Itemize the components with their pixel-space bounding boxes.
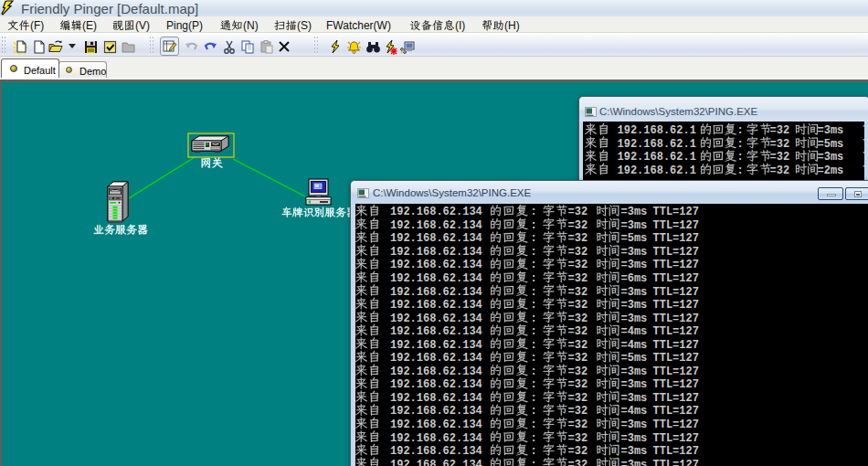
svg-text:TTL=127: TTL=127 xyxy=(653,432,699,445)
svg-text::: : xyxy=(531,286,537,299)
svg-text:=3ms: =3ms xyxy=(621,392,648,405)
svg-text:192.168.62.134: 192.168.62.134 xyxy=(390,432,482,445)
svg-text:192.168.62.134: 192.168.62.134 xyxy=(390,232,482,245)
svg-text:=32: =32 xyxy=(568,219,588,232)
svg-text:=32: =32 xyxy=(568,312,588,325)
svg-text:=3ms: =3ms xyxy=(818,151,844,164)
svg-text:=6ms: =6ms xyxy=(621,272,648,285)
svg-text:=32: =32 xyxy=(770,138,790,151)
svg-text::: : xyxy=(531,272,537,285)
svg-text::: : xyxy=(737,151,744,164)
svg-text:=3ms: =3ms xyxy=(621,299,648,312)
svg-text:=32: =32 xyxy=(568,206,588,218)
svg-text:=32: =32 xyxy=(568,405,588,418)
svg-text:192.168.62.134: 192.168.62.134 xyxy=(390,299,482,312)
svg-text:=4ms: =4ms xyxy=(621,339,648,352)
svg-text:=3ms: =3ms xyxy=(621,246,648,259)
svg-text:192.168.62.1: 192.168.62.1 xyxy=(618,164,696,177)
svg-text:192.168.62.1: 192.168.62.1 xyxy=(618,124,696,137)
svg-text:TTL=127: TTL=127 xyxy=(653,325,699,338)
svg-text:192.168.62.134: 192.168.62.134 xyxy=(390,325,482,338)
svg-text:=32: =32 xyxy=(568,392,588,405)
svg-text:192.168.62.134: 192.168.62.134 xyxy=(390,339,482,352)
svg-text:=3ms: =3ms xyxy=(621,459,648,466)
svg-text:T: T xyxy=(863,124,865,137)
svg-text:TTL=127: TTL=127 xyxy=(653,312,699,325)
svg-text:=5ms: =5ms xyxy=(818,138,844,151)
svg-text:=5ms: =5ms xyxy=(621,352,648,365)
svg-text::: : xyxy=(531,325,537,338)
svg-text::: : xyxy=(531,339,537,352)
svg-text:=3ms: =3ms xyxy=(621,418,648,431)
svg-text::: : xyxy=(531,405,537,418)
svg-text:T: T xyxy=(863,138,865,151)
svg-text:(V): (V) xyxy=(135,19,150,32)
svg-text:TTL=127: TTL=127 xyxy=(653,339,699,352)
svg-text:=32: =32 xyxy=(568,339,588,352)
svg-text:=32: =32 xyxy=(770,151,790,164)
svg-text:=3ms: =3ms xyxy=(621,312,648,325)
svg-text:TTL=127: TTL=127 xyxy=(653,219,699,232)
svg-text:=32: =32 xyxy=(568,259,588,271)
svg-text:192.168.62.134: 192.168.62.134 xyxy=(390,246,482,259)
svg-text::: : xyxy=(531,312,537,325)
svg-text:=32: =32 xyxy=(568,246,588,259)
svg-text:TTL=127: TTL=127 xyxy=(653,206,699,218)
svg-text:TTL=127: TTL=127 xyxy=(653,418,699,431)
svg-text::: : xyxy=(531,459,537,466)
svg-text:(F): (F) xyxy=(30,19,44,32)
svg-text:=3ms: =3ms xyxy=(621,206,648,218)
svg-text:192.168.62.134: 192.168.62.134 xyxy=(390,365,482,378)
svg-text:=32: =32 xyxy=(770,164,790,177)
svg-text:=5ms: =5ms xyxy=(621,232,648,245)
svg-text::: : xyxy=(531,392,537,405)
svg-text:=32: =32 xyxy=(568,232,588,245)
svg-text::: : xyxy=(737,124,744,137)
svg-text:FWatcher(W): FWatcher(W) xyxy=(326,19,391,32)
svg-text:192.168.62.134: 192.168.62.134 xyxy=(390,459,482,466)
svg-text:=32: =32 xyxy=(568,365,588,378)
svg-text:=32: =32 xyxy=(568,299,588,312)
svg-text:=3ms: =3ms xyxy=(621,365,648,378)
svg-text:Ping(P): Ping(P) xyxy=(166,19,203,32)
svg-text:=3ms: =3ms xyxy=(621,378,648,391)
svg-text:TTL=127: TTL=127 xyxy=(653,299,699,312)
svg-text:TTL=127: TTL=127 xyxy=(653,459,699,466)
svg-text:TTL=127: TTL=127 xyxy=(653,286,699,299)
svg-text:192.168.62.134: 192.168.62.134 xyxy=(390,392,482,405)
svg-text:192.168.62.134: 192.168.62.134 xyxy=(390,286,482,299)
svg-text:TTL=127: TTL=127 xyxy=(653,445,699,458)
svg-text:=32: =32 xyxy=(568,325,588,338)
svg-text:=3ms: =3ms xyxy=(621,259,648,271)
svg-text:=4ms: =4ms xyxy=(621,405,648,418)
svg-text:192.168.62.134: 192.168.62.134 xyxy=(390,272,482,285)
svg-text:(S): (S) xyxy=(297,19,312,32)
svg-text:=32: =32 xyxy=(568,445,588,458)
svg-text:=32: =32 xyxy=(568,272,588,285)
svg-text:=32: =32 xyxy=(568,418,588,431)
svg-text:TTL=127: TTL=127 xyxy=(653,378,699,391)
svg-text:192.168.62.134: 192.168.62.134 xyxy=(390,312,482,325)
svg-text:192.168.62.134: 192.168.62.134 xyxy=(390,352,482,365)
svg-text::: : xyxy=(531,378,537,391)
svg-text:192.168.62.134: 192.168.62.134 xyxy=(390,418,482,431)
svg-text:TTL=127: TTL=127 xyxy=(653,232,699,245)
svg-text::: : xyxy=(531,365,537,378)
svg-text:192.168.62.134: 192.168.62.134 xyxy=(390,219,482,232)
svg-text:=32: =32 xyxy=(568,459,588,466)
svg-text::: : xyxy=(531,259,537,271)
svg-text:192.168.62.134: 192.168.62.134 xyxy=(390,378,482,391)
svg-text:T: T xyxy=(863,151,865,164)
svg-text::: : xyxy=(531,232,537,245)
svg-text:(E): (E) xyxy=(82,19,97,32)
svg-text:TTL=127: TTL=127 xyxy=(653,259,699,271)
svg-text::: : xyxy=(531,206,537,218)
svg-text:=3ms: =3ms xyxy=(621,219,648,232)
svg-text:192.168.62.134: 192.168.62.134 xyxy=(390,206,482,218)
svg-text:192.168.62.1: 192.168.62.1 xyxy=(618,138,696,151)
svg-text:(H): (H) xyxy=(504,19,520,32)
svg-text:=3ms: =3ms xyxy=(621,432,648,445)
svg-text:TTL=127: TTL=127 xyxy=(653,392,699,405)
svg-text:=2ms: =2ms xyxy=(818,164,844,177)
svg-text::: : xyxy=(737,138,744,151)
